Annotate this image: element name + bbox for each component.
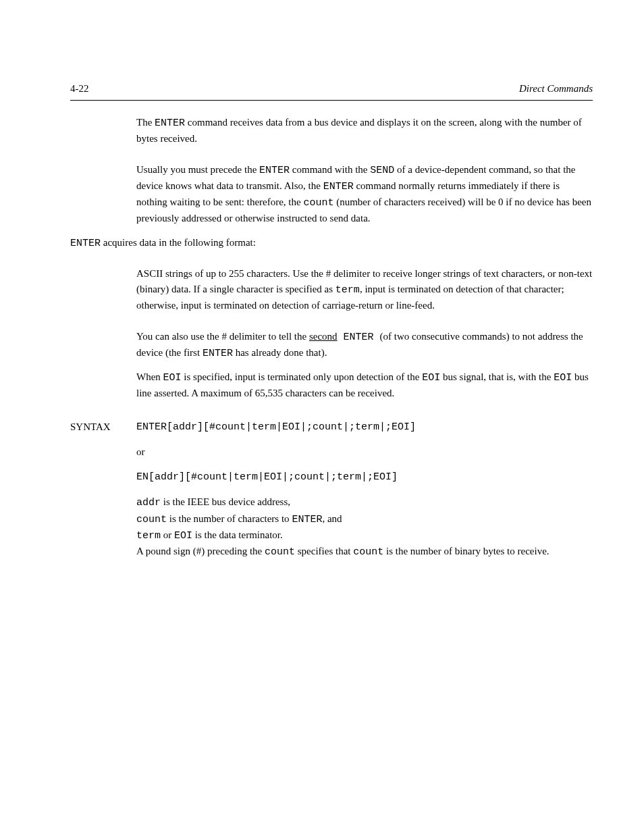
- def-term: term or EOI is the data terminator.: [136, 527, 593, 544]
- def-val: is the IEEE bus device address,: [161, 496, 290, 507]
- text: You can also use the # delimiter to tell…: [136, 331, 309, 342]
- syntax-defs: addr is the IEEE bus device address, cou…: [136, 494, 593, 544]
- text: Usually you must precede the: [136, 164, 259, 175]
- para-7: A pound sign (#) preceding the count spe…: [136, 544, 593, 560]
- def-key: term: [136, 530, 161, 542]
- syntax-label: SYNTAX: [70, 419, 136, 561]
- text: bus signal, that is, with the: [440, 371, 554, 382]
- code-count: count: [265, 546, 295, 558]
- text: is the number of binary bytes to receive…: [383, 546, 549, 556]
- text: has already done that).: [233, 347, 327, 358]
- text: acquires data in the following format:: [101, 237, 256, 248]
- underline-second: second: [309, 331, 338, 342]
- def-key: count: [136, 514, 167, 525]
- code-eoi: EOI: [422, 372, 440, 384]
- def-val: , and: [322, 513, 342, 524]
- code-enter: ENTER: [155, 118, 185, 129]
- page-header: Direct Commands: [519, 81, 593, 97]
- text: is specified, input is terminated only u…: [182, 371, 423, 382]
- code-eoi: EOI: [554, 372, 572, 384]
- syntax-body: ENTER[addr][#count|term|EOI|;count|;term…: [136, 419, 593, 561]
- text: command receives data from a bus device …: [136, 117, 582, 144]
- para-4: ASCII strings of up to 255 characters. U…: [136, 266, 593, 314]
- syntax-or: or: [136, 444, 593, 460]
- def-key: addr: [136, 497, 161, 509]
- text: or: [161, 529, 174, 540]
- divider-rule: [70, 100, 593, 101]
- para-6: When EOI is specified, input is terminat…: [136, 369, 593, 402]
- code-count: count: [303, 197, 333, 209]
- code-enter: ENTER: [203, 348, 233, 359]
- para-1: The ENTER command receives data from a b…: [136, 115, 593, 147]
- code-enter: ENTER: [70, 238, 101, 249]
- text: command with the: [290, 164, 370, 175]
- def-addr: addr is the IEEE bus device address,: [136, 494, 593, 511]
- code-count: count: [353, 546, 383, 558]
- code-send: SEND: [370, 165, 394, 176]
- text: The: [136, 117, 155, 128]
- code-enter: ENTER: [292, 514, 322, 525]
- code-enter: ENTER: [338, 332, 380, 343]
- code-enter: ENTER: [259, 165, 290, 176]
- def-val: is the number of characters to: [167, 513, 292, 524]
- para-5: You can also use the # delimiter to tell…: [136, 329, 593, 362]
- def-val: is the data terminator.: [192, 529, 283, 540]
- page-number: 4-22: [70, 81, 89, 97]
- page: 4-22 Direct Commands The ENTER command r…: [0, 0, 644, 834]
- code-eoi: EOI: [163, 372, 182, 384]
- para-3: ENTER acquires data in the following for…: [70, 235, 593, 251]
- content: The ENTER command receives data from a b…: [70, 115, 593, 560]
- syntax-line-2: EN[addr][#count|term|EOI|;count|;term|;E…: [136, 469, 593, 485]
- code-enter: ENTER: [323, 181, 354, 192]
- code-term: term: [336, 284, 360, 296]
- para-2: Usually you must precede the ENTER comma…: [136, 162, 593, 227]
- text: A pound sign (#) preceding the: [136, 546, 265, 556]
- syntax-block: SYNTAX ENTER[addr][#count|term|EOI|;coun…: [70, 419, 593, 561]
- def-key: EOI: [174, 530, 192, 542]
- text: When: [136, 371, 163, 382]
- text: specifies that: [295, 546, 353, 556]
- syntax-line-1: ENTER[addr][#count|term|EOI|;count|;term…: [136, 419, 593, 435]
- def-count: count is the number of characters to ENT…: [136, 511, 593, 527]
